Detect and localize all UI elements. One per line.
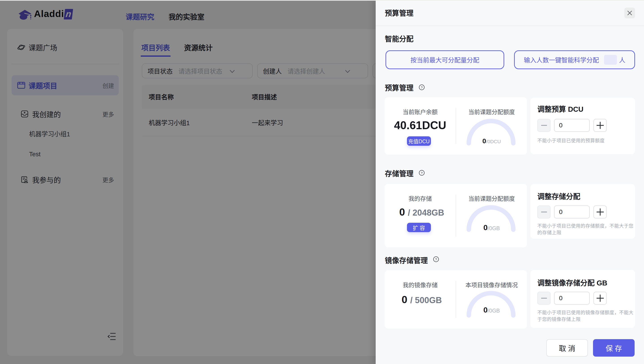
- svg-text:?: ?: [435, 257, 437, 261]
- svg-text:?: ?: [421, 86, 422, 89]
- svg-text:?: ?: [421, 171, 422, 175]
